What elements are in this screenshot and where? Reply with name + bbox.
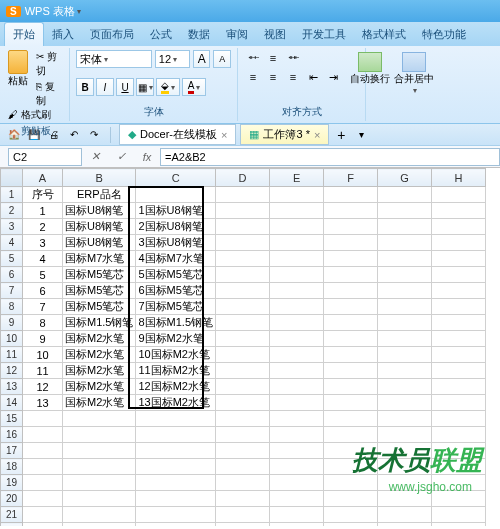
cell[interactable]	[270, 379, 324, 395]
cell[interactable]	[378, 219, 432, 235]
cell[interactable]	[136, 475, 216, 491]
cell[interactable]	[270, 395, 324, 411]
column-header[interactable]: E	[270, 169, 324, 187]
cell[interactable]	[324, 459, 378, 475]
cell[interactable]	[432, 315, 486, 331]
cell[interactable]: 2国标U8钢笔	[136, 219, 216, 235]
enter-icon[interactable]: ✓	[112, 148, 130, 166]
cell[interactable]	[23, 491, 63, 507]
cell[interactable]	[432, 523, 486, 527]
cell[interactable]: 国标M5笔芯	[63, 283, 136, 299]
cell[interactable]: 5	[23, 267, 63, 283]
cell[interactable]: 8	[23, 315, 63, 331]
cell[interactable]	[216, 315, 270, 331]
cell[interactable]: 序号	[23, 187, 63, 203]
cell[interactable]: 11	[23, 363, 63, 379]
ribbon-tab-2[interactable]: 页面布局	[82, 23, 142, 46]
cell[interactable]	[324, 411, 378, 427]
cell[interactable]	[432, 379, 486, 395]
cell[interactable]	[270, 523, 324, 527]
ribbon-tab-3[interactable]: 公式	[142, 23, 180, 46]
column-header[interactable]: C	[136, 169, 216, 187]
row-header[interactable]: 6	[1, 267, 23, 283]
cell[interactable]: 13国标M2水笔	[136, 395, 216, 411]
undo-icon[interactable]: ↶	[66, 127, 82, 143]
cell[interactable]	[378, 363, 432, 379]
cell[interactable]	[324, 251, 378, 267]
cell[interactable]: 国标M2水笔	[63, 379, 136, 395]
cell[interactable]	[324, 267, 378, 283]
row-header[interactable]: 7	[1, 283, 23, 299]
cell[interactable]	[23, 475, 63, 491]
cell[interactable]	[432, 459, 486, 475]
row-header[interactable]: 14	[1, 395, 23, 411]
cell[interactable]: 国标M1.5钢笔	[63, 315, 136, 331]
cell[interactable]: 国标M5笔芯	[63, 299, 136, 315]
cell[interactable]	[324, 331, 378, 347]
row-header[interactable]: 8	[1, 299, 23, 315]
column-header[interactable]: D	[216, 169, 270, 187]
tab-menu-icon[interactable]: ▾	[353, 127, 369, 143]
cell[interactable]	[216, 395, 270, 411]
row-header[interactable]: 20	[1, 491, 23, 507]
cell[interactable]	[216, 251, 270, 267]
cell[interactable]: 国标M2水笔	[63, 331, 136, 347]
cell[interactable]: 1国标U8钢笔	[136, 203, 216, 219]
cell[interactable]	[324, 187, 378, 203]
ribbon-tab-5[interactable]: 审阅	[218, 23, 256, 46]
cell[interactable]	[324, 299, 378, 315]
name-box[interactable]: C2	[8, 148, 82, 166]
cell[interactable]	[324, 347, 378, 363]
cell[interactable]: 6国标M5笔芯	[136, 283, 216, 299]
ribbon-tab-9[interactable]: 特色功能	[414, 23, 474, 46]
cell[interactable]: 国标M5笔芯	[63, 267, 136, 283]
cell[interactable]	[270, 347, 324, 363]
underline-button[interactable]: U	[116, 78, 134, 96]
cell[interactable]	[63, 491, 136, 507]
formula-bar[interactable]: =A2&B2	[160, 148, 500, 166]
workbook-tab[interactable]: ▦ 工作簿3 * ×	[240, 124, 329, 145]
cell[interactable]: 4国标M7水笔	[136, 251, 216, 267]
cell[interactable]: 国标U8钢笔	[63, 203, 136, 219]
cell[interactable]	[270, 235, 324, 251]
cell[interactable]	[136, 411, 216, 427]
cell[interactable]	[23, 507, 63, 523]
cell[interactable]	[270, 491, 324, 507]
row-header[interactable]: 12	[1, 363, 23, 379]
indent-dec-button[interactable]: ⇤	[304, 69, 322, 85]
cell[interactable]	[63, 475, 136, 491]
cell[interactable]	[216, 187, 270, 203]
cell[interactable]	[136, 491, 216, 507]
cell[interactable]	[378, 315, 432, 331]
cell[interactable]	[216, 347, 270, 363]
cell[interactable]	[324, 475, 378, 491]
column-header[interactable]: H	[432, 169, 486, 187]
cell[interactable]	[378, 235, 432, 251]
row-header[interactable]: 17	[1, 443, 23, 459]
ribbon-tab-7[interactable]: 开发工具	[294, 23, 354, 46]
cell[interactable]	[432, 331, 486, 347]
row-header[interactable]: 19	[1, 475, 23, 491]
cell[interactable]: 国标U8钢笔	[63, 219, 136, 235]
cell[interactable]: 2	[23, 219, 63, 235]
cell[interactable]	[432, 235, 486, 251]
cell[interactable]	[63, 507, 136, 523]
cell[interactable]	[136, 523, 216, 527]
cell[interactable]	[136, 443, 216, 459]
cell[interactable]	[216, 363, 270, 379]
cell[interactable]	[63, 523, 136, 527]
cell[interactable]	[378, 411, 432, 427]
cell[interactable]	[136, 427, 216, 443]
column-header[interactable]: G	[378, 169, 432, 187]
cell[interactable]	[378, 491, 432, 507]
paste-button[interactable]: 粘贴	[8, 50, 28, 108]
cell[interactable]	[270, 427, 324, 443]
cell[interactable]	[432, 187, 486, 203]
cell[interactable]: 6	[23, 283, 63, 299]
font-size-select[interactable]: 12▾	[155, 50, 190, 68]
cell[interactable]	[216, 443, 270, 459]
cell[interactable]	[432, 363, 486, 379]
cell[interactable]	[378, 331, 432, 347]
cell[interactable]	[270, 203, 324, 219]
cell[interactable]	[378, 523, 432, 527]
